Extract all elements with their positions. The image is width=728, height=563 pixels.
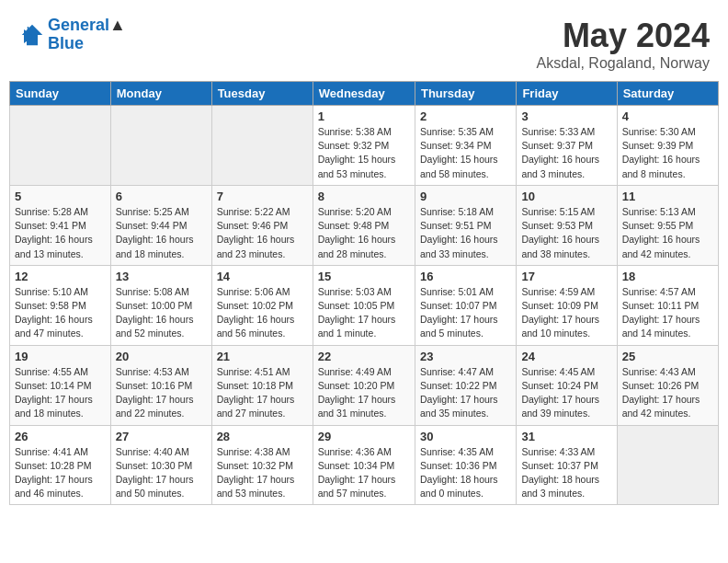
calendar-cell: 16Sunrise: 5:01 AMSunset: 10:07 PMDaylig… (415, 265, 516, 345)
day-number: 23 (420, 350, 511, 363)
weekday-header-sunday: Sunday (10, 82, 111, 106)
calendar-cell (211, 106, 313, 186)
calendar-week-1: 1Sunrise: 5:38 AMSunset: 9:32 PMDaylight… (10, 106, 719, 186)
calendar-cell (110, 106, 211, 186)
day-number: 28 (217, 430, 308, 443)
day-number: 10 (521, 190, 611, 203)
calendar-cell: 20Sunrise: 4:53 AMSunset: 10:16 PMDaylig… (110, 345, 211, 425)
calendar-cell: 30Sunrise: 4:35 AMSunset: 10:36 PMDaylig… (415, 425, 516, 505)
day-info: Sunrise: 5:20 AMSunset: 9:48 PMDaylight:… (318, 205, 410, 261)
calendar-cell: 31Sunrise: 4:33 AMSunset: 10:37 PMDaylig… (517, 425, 617, 505)
day-number: 22 (318, 350, 410, 363)
day-info: Sunrise: 5:35 AMSunset: 9:34 PMDaylight:… (420, 125, 511, 181)
day-number: 13 (116, 270, 207, 283)
day-number: 5 (15, 190, 106, 203)
day-info: Sunrise: 5:25 AMSunset: 9:44 PMDaylight:… (116, 205, 207, 261)
calendar-cell: 29Sunrise: 4:36 AMSunset: 10:34 PMDaylig… (313, 425, 415, 505)
calendar-cell: 6Sunrise: 5:25 AMSunset: 9:44 PMDaylight… (110, 185, 211, 265)
day-info: Sunrise: 4:53 AMSunset: 10:16 PMDaylight… (116, 365, 207, 421)
calendar-cell: 22Sunrise: 4:49 AMSunset: 10:20 PMDaylig… (313, 345, 415, 425)
day-info: Sunrise: 5:13 AMSunset: 9:55 PMDaylight:… (622, 205, 713, 261)
day-info: Sunrise: 4:45 AMSunset: 10:24 PMDaylight… (521, 365, 611, 421)
day-number: 17 (521, 270, 611, 283)
day-info: Sunrise: 4:33 AMSunset: 10:37 PMDaylight… (521, 445, 611, 501)
calendar-cell: 23Sunrise: 4:47 AMSunset: 10:22 PMDaylig… (415, 345, 516, 425)
calendar-cell: 7Sunrise: 5:22 AMSunset: 9:46 PMDaylight… (211, 185, 313, 265)
day-info: Sunrise: 5:01 AMSunset: 10:07 PMDaylight… (420, 285, 511, 341)
day-number: 11 (622, 190, 713, 203)
calendar-cell: 19Sunrise: 4:55 AMSunset: 10:14 PMDaylig… (10, 345, 111, 425)
day-info: Sunrise: 4:49 AMSunset: 10:20 PMDaylight… (318, 365, 410, 421)
calendar-cell: 2Sunrise: 5:35 AMSunset: 9:34 PMDaylight… (415, 106, 516, 186)
day-number: 2 (420, 109, 511, 123)
calendar-cell: 12Sunrise: 5:10 AMSunset: 9:58 PMDayligh… (10, 265, 111, 345)
day-info: Sunrise: 5:33 AMSunset: 9:37 PMDaylight:… (521, 125, 611, 181)
calendar-cell: 26Sunrise: 4:41 AMSunset: 10:28 PMDaylig… (10, 425, 111, 505)
calendar-cell: 28Sunrise: 4:38 AMSunset: 10:32 PMDaylig… (211, 425, 313, 505)
day-info: Sunrise: 5:30 AMSunset: 9:39 PMDaylight:… (622, 125, 713, 181)
calendar-week-4: 19Sunrise: 4:55 AMSunset: 10:14 PMDaylig… (10, 345, 719, 425)
calendar-cell: 24Sunrise: 4:45 AMSunset: 10:24 PMDaylig… (517, 345, 617, 425)
title-block: May 2024 Aksdal, Rogaland, Norway (536, 17, 710, 72)
day-info: Sunrise: 5:15 AMSunset: 9:53 PMDaylight:… (521, 205, 611, 261)
calendar-cell: 14Sunrise: 5:06 AMSunset: 10:02 PMDaylig… (211, 265, 313, 345)
month-title: May 2024 (536, 17, 710, 55)
day-number: 9 (420, 190, 511, 203)
day-info: Sunrise: 4:57 AMSunset: 10:11 PMDaylight… (622, 285, 713, 341)
day-number: 15 (318, 270, 410, 283)
day-number: 14 (217, 270, 308, 283)
calendar-cell: 9Sunrise: 5:18 AMSunset: 9:51 PMDaylight… (415, 185, 516, 265)
day-number: 8 (318, 190, 410, 203)
calendar-cell: 1Sunrise: 5:38 AMSunset: 9:32 PMDaylight… (313, 106, 415, 186)
day-info: Sunrise: 4:55 AMSunset: 10:14 PMDaylight… (15, 365, 106, 421)
day-number: 27 (116, 430, 207, 443)
day-info: Sunrise: 5:03 AMSunset: 10:05 PMDaylight… (318, 285, 410, 341)
day-number: 30 (420, 430, 511, 443)
calendar-table: SundayMondayTuesdayWednesdayThursdayFrid… (9, 81, 719, 505)
day-number: 18 (622, 270, 713, 283)
day-number: 21 (217, 350, 308, 363)
calendar-cell: 13Sunrise: 5:08 AMSunset: 10:00 PMDaylig… (110, 265, 211, 345)
calendar-header-row: SundayMondayTuesdayWednesdayThursdayFrid… (10, 82, 719, 106)
weekday-header-friday: Friday (517, 82, 617, 106)
logo-icon (18, 21, 46, 49)
day-number: 20 (116, 350, 207, 363)
location-title: Aksdal, Rogaland, Norway (536, 55, 710, 72)
day-number: 31 (521, 430, 611, 443)
calendar-cell: 8Sunrise: 5:20 AMSunset: 9:48 PMDaylight… (313, 185, 415, 265)
day-number: 12 (15, 270, 106, 283)
day-info: Sunrise: 5:22 AMSunset: 9:46 PMDaylight:… (217, 205, 308, 261)
logo: General▲Blue (18, 17, 126, 53)
day-number: 16 (420, 270, 511, 283)
weekday-header-wednesday: Wednesday (313, 82, 415, 106)
calendar-cell (10, 106, 111, 186)
day-number: 26 (15, 430, 106, 443)
day-info: Sunrise: 4:59 AMSunset: 10:09 PMDaylight… (521, 285, 611, 341)
day-info: Sunrise: 5:38 AMSunset: 9:32 PMDaylight:… (318, 125, 410, 181)
day-number: 25 (622, 350, 713, 363)
day-info: Sunrise: 5:08 AMSunset: 10:00 PMDaylight… (116, 285, 207, 341)
day-info: Sunrise: 4:47 AMSunset: 10:22 PMDaylight… (420, 365, 511, 421)
calendar-week-5: 26Sunrise: 4:41 AMSunset: 10:28 PMDaylig… (10, 425, 719, 505)
day-info: Sunrise: 5:18 AMSunset: 9:51 PMDaylight:… (420, 205, 511, 261)
calendar-cell: 27Sunrise: 4:40 AMSunset: 10:30 PMDaylig… (110, 425, 211, 505)
calendar-cell (617, 425, 718, 505)
day-info: Sunrise: 4:38 AMSunset: 10:32 PMDaylight… (217, 445, 308, 501)
day-info: Sunrise: 4:36 AMSunset: 10:34 PMDaylight… (318, 445, 410, 501)
day-number: 6 (116, 190, 207, 203)
weekday-header-monday: Monday (110, 82, 211, 106)
weekday-header-tuesday: Tuesday (211, 82, 313, 106)
day-info: Sunrise: 4:35 AMSunset: 10:36 PMDaylight… (420, 445, 511, 501)
weekday-header-saturday: Saturday (617, 82, 718, 106)
day-number: 29 (318, 430, 410, 443)
calendar-cell: 17Sunrise: 4:59 AMSunset: 10:09 PMDaylig… (517, 265, 617, 345)
day-number: 1 (318, 109, 410, 123)
day-info: Sunrise: 5:06 AMSunset: 10:02 PMDaylight… (217, 285, 308, 341)
calendar-week-3: 12Sunrise: 5:10 AMSunset: 9:58 PMDayligh… (10, 265, 719, 345)
calendar-cell: 5Sunrise: 5:28 AMSunset: 9:41 PMDaylight… (10, 185, 111, 265)
calendar-cell: 15Sunrise: 5:03 AMSunset: 10:05 PMDaylig… (313, 265, 415, 345)
day-info: Sunrise: 4:40 AMSunset: 10:30 PMDaylight… (116, 445, 207, 501)
calendar-cell: 10Sunrise: 5:15 AMSunset: 9:53 PMDayligh… (517, 185, 617, 265)
calendar-week-2: 5Sunrise: 5:28 AMSunset: 9:41 PMDaylight… (10, 185, 719, 265)
day-number: 24 (521, 350, 611, 363)
